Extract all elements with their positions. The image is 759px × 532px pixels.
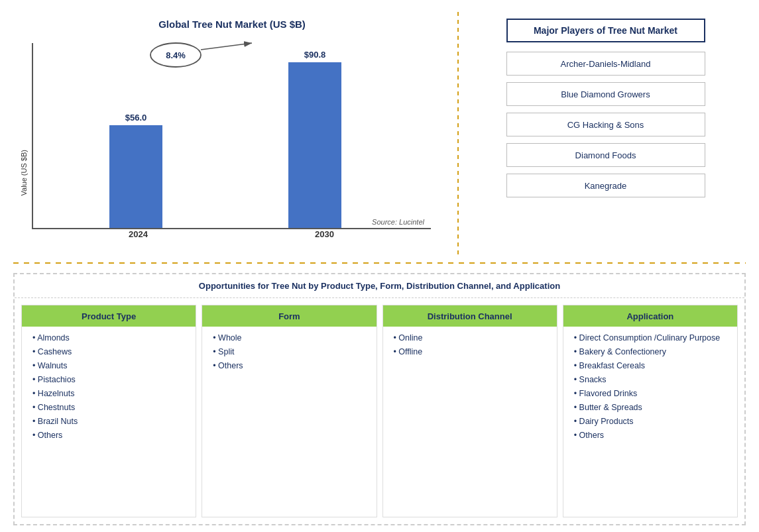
col-item: Split <box>210 347 368 356</box>
players-title-box: Major Players of Tree Nut Market <box>506 19 705 42</box>
column-form: Form Whole Split Others <box>202 305 377 517</box>
col-header-text-form: Form <box>278 311 300 321</box>
svg-line-2 <box>201 43 252 50</box>
player-text-5: Kanegrade <box>585 181 627 191</box>
player-item-1: Archer-Daniels-Midland <box>506 52 705 76</box>
col-item: Hazelnuts <box>30 389 188 398</box>
bar-2030 <box>288 62 341 228</box>
chart-area: Global Tree Nut Market (US $B) Value (US… <box>13 12 451 257</box>
cagr-annotation: 8.4% <box>146 36 278 79</box>
top-section: Global Tree Nut Market (US $B) Value (US… <box>13 12 746 257</box>
bar-2024 <box>109 125 162 228</box>
col-content-form: Whole Split Others <box>202 327 376 517</box>
col-header-text-distribution: Distribution Channel <box>428 311 512 321</box>
player-text-1: Archer-Daniels-Midland <box>561 59 651 69</box>
bar-value-2030: $90.8 <box>304 50 326 60</box>
col-item: Flavored Drinks <box>571 389 729 398</box>
col-item: Chestnuts <box>30 403 188 412</box>
col-content-application: Direct Consumption /Culinary Purpose Bak… <box>563 327 737 517</box>
players-title: Major Players of Tree Nut Market <box>521 25 691 36</box>
bar-value-2024: $56.0 <box>125 113 147 123</box>
x-label-2030: 2030 <box>231 229 418 239</box>
col-item: Pistachios <box>30 375 188 384</box>
col-item: Whole <box>210 333 368 343</box>
horizontal-divider <box>13 262 746 264</box>
bars-area: 8.4% <box>32 43 431 229</box>
col-header-application: Application <box>563 305 737 327</box>
opportunities-title-bar: Opportunities for Tree Nut by Product Ty… <box>15 274 744 298</box>
col-item: Bakery & Confectionery <box>571 347 729 356</box>
column-application: Application Direct Consumption /Culinary… <box>563 305 738 517</box>
col-header-product-type: Product Type <box>22 305 196 327</box>
col-header-text-product-type: Product Type <box>82 311 136 321</box>
chart-title: Global Tree Nut Market (US $B) <box>158 19 306 30</box>
col-content-distribution: Online Offline <box>383 327 557 517</box>
columns-row: Product Type Almonds Cashews Walnuts Pis… <box>15 298 744 517</box>
col-item: Breakfast Cereals <box>571 361 729 370</box>
bar-group-2024: $56.0 <box>46 113 225 228</box>
chart-wrapper: Value (US $B) 8.4% <box>20 36 444 215</box>
col-header-form: Form <box>202 305 376 327</box>
col-item: Online <box>391 333 549 343</box>
player-text-4: Diamond Foods <box>575 150 636 160</box>
x-axis-labels: 2024 2030 <box>32 229 431 239</box>
col-item: Dairy Products <box>571 417 729 426</box>
col-item: Others <box>210 361 368 370</box>
col-item: Almonds <box>30 333 188 343</box>
y-axis-label: Value (US $B) <box>20 150 28 196</box>
svg-text:8.4%: 8.4% <box>166 50 186 60</box>
col-item: Cashews <box>30 347 188 356</box>
player-text-3: CG Hacking & Sons <box>567 120 644 130</box>
main-container: Global Tree Nut Market (US $B) Value (US… <box>0 0 759 532</box>
col-item: Direct Consumption /Culinary Purpose <box>571 333 729 343</box>
col-item: Offline <box>391 347 549 356</box>
player-item-2: Blue Diamond Growers <box>506 82 705 106</box>
player-item-3: CG Hacking & Sons <box>506 113 705 136</box>
col-item: Walnuts <box>30 361 188 370</box>
col-header-distribution: Distribution Channel <box>383 305 557 327</box>
bottom-section: Opportunities for Tree Nut by Product Ty… <box>13 273 746 525</box>
col-item: Snacks <box>571 375 729 384</box>
column-product-type: Product Type Almonds Cashews Walnuts Pis… <box>21 305 196 517</box>
col-item: Others <box>30 431 188 440</box>
player-text-2: Blue Diamond Growers <box>561 89 650 99</box>
column-distribution: Distribution Channel Online Offline <box>382 305 557 517</box>
col-item: Butter & Spreads <box>571 403 729 412</box>
col-header-text-application: Application <box>626 311 673 321</box>
player-item-5: Kanegrade <box>506 174 705 197</box>
opportunities-title: Opportunities for Tree Nut by Product Ty… <box>25 281 734 291</box>
x-label-2024: 2024 <box>45 229 231 239</box>
col-item: Brazil Nuts <box>30 417 188 426</box>
chart-inner: 8.4% <box>32 36 444 215</box>
vertical-separator <box>457 12 459 257</box>
players-panel: Major Players of Tree Nut Market Archer-… <box>465 12 746 257</box>
cagr-svg: 8.4% <box>146 36 278 76</box>
col-content-product-type: Almonds Cashews Walnuts Pistachios Hazel… <box>22 327 196 517</box>
player-item-4: Diamond Foods <box>506 143 705 167</box>
col-item: Others <box>571 431 729 440</box>
